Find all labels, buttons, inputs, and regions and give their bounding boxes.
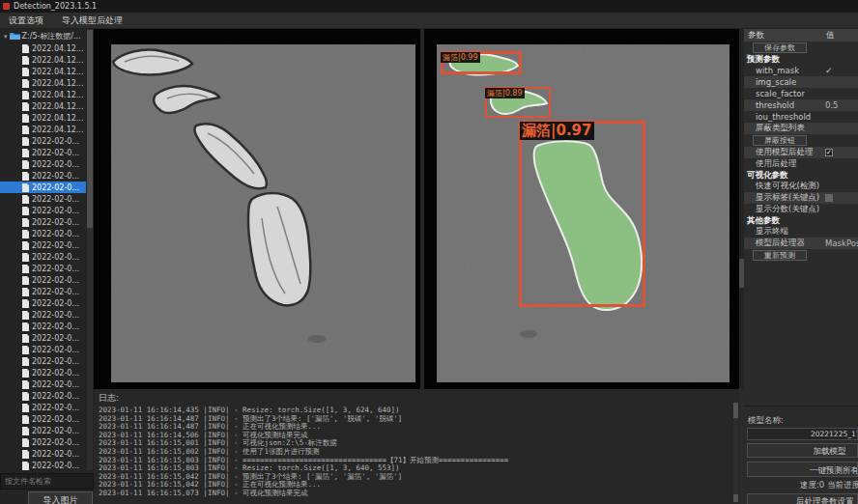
tree-file-item[interactable]: 2022.04.12... (0, 112, 86, 124)
tree-file-item[interactable]: 2022-02-0... (0, 355, 86, 367)
postprocess-settings-button[interactable]: 后处理参数设置 (747, 493, 858, 504)
file-icon (22, 369, 29, 378)
model-panel: 模型名称: 20221225_174813 加载模型 一键预测所有图片 速度:0… (744, 406, 858, 504)
tree-file-item[interactable]: 2022-02-0... (0, 182, 86, 193)
file-icon (22, 195, 29, 204)
tree-file-item[interactable]: 2022-02-0... (0, 135, 86, 147)
tree-file-item[interactable]: 2022-02-0... (0, 263, 86, 274)
tree-file-item[interactable]: 2022-02-0... (0, 378, 86, 390)
log-line: 2023-01-11 16:16:15,073 |INFO| - 可视化预测结果… (99, 490, 739, 498)
tree-file-item[interactable]: 2022-02-0... (0, 367, 86, 378)
log-panel: 日志: 2023-01-11 16:16:14,435 |INFO| - Res… (94, 389, 739, 504)
search-input[interactable] (0, 473, 94, 490)
param-action-button[interactable]: 重新预测 (753, 250, 807, 261)
file-icon (22, 334, 29, 343)
tree-file-item[interactable]: 2022.04.12... (0, 66, 86, 77)
load-model-button[interactable]: 加载模型 (747, 443, 858, 458)
tree-file-item[interactable]: 2022.04.12... (0, 124, 86, 135)
file-icon (22, 357, 29, 366)
sidebar-scrollbar[interactable] (87, 30, 93, 470)
tree-file-item[interactable]: 2022-02-0... (0, 239, 86, 251)
log-title: 日志: (94, 389, 739, 406)
predict-all-button[interactable]: 一键预测所有图片 (747, 462, 858, 477)
tree-file-item[interactable]: 2022-02-0... (0, 448, 86, 460)
tree-file-item[interactable]: 2022-02-0... (0, 205, 86, 216)
param-row[interactable]: scale_factor (744, 88, 858, 99)
tree-file-item[interactable]: 2022-02-0... (0, 309, 86, 321)
tree-file-item[interactable]: 2022-02-0... (0, 286, 86, 297)
defect-photo-graphic (111, 44, 415, 382)
param-row[interactable]: threshold0.5 (744, 99, 858, 111)
param-name: img_scale (744, 77, 796, 87)
tree-file-item[interactable]: 2022-02-0... (0, 170, 86, 182)
tree-file-item[interactable]: 2022.04.12... (0, 77, 86, 89)
param-action-button[interactable]: 屏蔽按钮 (753, 135, 807, 146)
param-action-button[interactable]: 保存参数 (753, 42, 807, 53)
param-checkbox[interactable] (825, 194, 833, 202)
tree-file-item[interactable]: 2022.04.12... (0, 89, 86, 100)
image-panel-divider (420, 29, 424, 389)
file-icon (22, 427, 29, 435)
speed-progress-text: 速度:0 当前进度 (800, 480, 858, 491)
tree-file-item[interactable]: 2022-02-0... (0, 251, 86, 263)
tree-file-item[interactable]: 2022-02-0... (0, 193, 86, 205)
param-row[interactable]: 使用模型后处理✓ (744, 147, 858, 158)
chevron-down-icon[interactable]: ▾ (4, 33, 8, 41)
tree-file-item[interactable]: 2022.04.12... (0, 42, 86, 54)
tree-file-item[interactable]: 2022-02-0... (0, 402, 86, 413)
menu-item-import-postprocess[interactable]: 导入模型后处理 (62, 14, 123, 27)
file-icon (22, 299, 29, 308)
model-name-value[interactable]: 20221225_174813 (747, 428, 858, 440)
param-row[interactable]: img_scale (744, 76, 858, 88)
file-icon (22, 438, 29, 447)
tree-file-item[interactable]: 2022-02-0... (0, 436, 86, 448)
log-output[interactable]: 2023-01-11 16:16:14,435 |INFO| - Resize:… (94, 406, 739, 498)
params-table-header: 参数 值 (744, 29, 858, 42)
tree-file-item[interactable]: 2022.04.12... (0, 100, 86, 112)
param-name: 显示标签(关键点) (744, 192, 819, 204)
sidebar-scrollbar-thumb[interactable] (87, 30, 93, 228)
tree-file-label: 2022-02-0... (32, 172, 79, 181)
param-row[interactable]: 显示标签(关键点) (744, 192, 858, 204)
tree-file-item[interactable]: 2022-02-0... (0, 390, 86, 402)
tree-file-item[interactable]: 2022-02-0... (0, 147, 86, 158)
tree-file-item[interactable]: 2022-02-0... (0, 216, 86, 228)
file-icon (22, 230, 29, 238)
param-row[interactable]: with_mask✓ (744, 65, 858, 76)
param-row[interactable]: iou_threshold (744, 111, 858, 123)
tree-file-item[interactable]: 2022-02-0... (0, 321, 86, 332)
tree-file-item[interactable]: 2022-02-0... (0, 228, 86, 239)
file-icon (22, 253, 29, 262)
param-row[interactable]: 快速可视化(检测) (744, 181, 858, 192)
import-image-button[interactable]: 导入图片 (28, 491, 93, 504)
file-icon (22, 149, 29, 157)
tree-file-item[interactable]: 2022-02-0... (0, 344, 86, 355)
tree-file-item[interactable]: 2022.04.12... (0, 54, 86, 66)
param-row[interactable]: 使用后处理 (744, 158, 858, 170)
tree-file-label: 2022-02-0... (32, 346, 79, 354)
tree-root-folder[interactable]: ▾ Z:/5-标注数据/... (0, 30, 86, 42)
original-image[interactable] (111, 44, 415, 382)
param-category-header: 可视化参数 (744, 170, 858, 181)
tree-file-item[interactable]: 2022-02-0... (0, 158, 86, 170)
tree-file-label: 2022-02-0... (32, 322, 79, 331)
log-scrollbar[interactable] (733, 403, 738, 497)
tree-file-item[interactable]: 2022-02-0... (0, 413, 86, 425)
param-row[interactable]: 模型后处理器MaskPostProc (744, 238, 858, 249)
menu-item-settings[interactable]: 设置选项 (9, 14, 43, 27)
prediction-image[interactable]: 漏箔|0.99 漏箔|0.89 漏箔|0.97 (437, 44, 729, 382)
tree-file-item[interactable]: 2022-02-0... (0, 297, 86, 309)
tree-file-item[interactable]: 2022-02-0... (0, 332, 86, 344)
tree-file-item[interactable]: 2022-02-0... (0, 460, 86, 470)
tree-file-label: 2022-02-0... (32, 149, 79, 157)
param-checkbox[interactable]: ✓ (825, 149, 833, 156)
log-scrollbar-thumb[interactable] (733, 403, 738, 418)
log-scrollbar-corner (733, 494, 738, 502)
tree-file-item[interactable]: 2022-02-0... (0, 274, 86, 286)
param-row[interactable]: 显示终端 (744, 226, 858, 238)
param-row[interactable]: 显示分数(关键点) (744, 204, 858, 215)
tree-file-item[interactable]: 2022-02-0... (0, 425, 86, 436)
title-bar: Detection_2023.1.5.1 (0, 0, 858, 13)
param-row[interactable]: 屏蔽类型列表 (744, 123, 858, 134)
model-name-label: 模型名称: (748, 415, 784, 427)
